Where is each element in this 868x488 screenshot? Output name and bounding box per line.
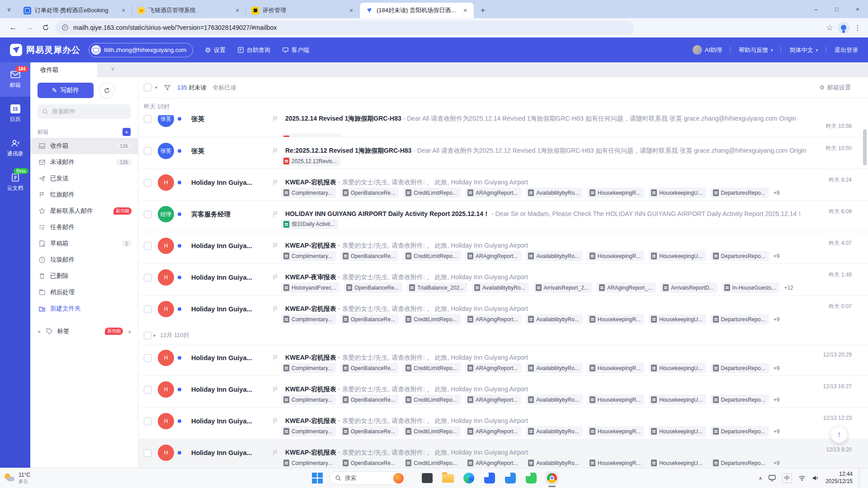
more-attachments-count[interactable]: +9 <box>774 253 780 259</box>
attachment-chip[interactable]: DeparturesRepo... <box>711 394 769 405</box>
add-folder-button[interactable]: + <box>123 128 131 136</box>
email-row[interactable]: HHoliday Inn Guiya...KWEAP-宕机报表 - 亲爱的女士/… <box>138 169 868 200</box>
more-attachments-count[interactable]: +9 <box>774 428 780 435</box>
flag-icon[interactable] <box>272 274 279 281</box>
attachment-chip[interactable]: Complimentary... <box>281 426 336 436</box>
volume-icon[interactable] <box>812 475 819 481</box>
taskbar-edge[interactable] <box>462 471 476 485</box>
attachment-chip[interactable]: CreditLimitRepo... <box>403 251 461 261</box>
rail-item-mail[interactable]: 邮箱 184 <box>0 62 30 97</box>
taskbar-weather-widget[interactable]: 11°C 多云 <box>0 472 59 484</box>
attachment-chip[interactable]: 假日Daily Activit... <box>281 219 338 230</box>
attachment-chip[interactable]: ARAgingReport... <box>465 188 521 198</box>
email-checkbox[interactable] <box>144 274 151 282</box>
add-tag-button[interactable]: + <box>127 328 132 335</box>
taskbar-search[interactable]: 搜索 <box>329 471 406 485</box>
mailbox-tab-inbox[interactable]: 收件箱 <box>30 62 97 77</box>
more-attachments-count[interactable]: +9 <box>774 397 780 403</box>
taskbar-wechat[interactable] <box>524 471 538 485</box>
tab-ebooking[interactable]: 订单处理·携程酒店eBooking × <box>18 3 132 18</box>
folder-item-5[interactable]: 任务邮件 <box>30 219 138 235</box>
help-feedback-menu[interactable]: 帮助与反馈▾ <box>739 46 773 54</box>
attachment-chip[interactable]: AvailabilitybyRo... <box>526 251 583 261</box>
attachment-chip[interactable]: CreditLimitRepo... <box>403 426 461 436</box>
attachment-chip[interactable]: HousekeepingR... <box>587 394 644 405</box>
more-attachments-count[interactable]: +9 <box>774 316 780 323</box>
attachment-chip[interactable]: AvailabilitybyRo... <box>526 458 583 468</box>
attachment-chip[interactable]: 2025.12.14 Revis... <box>281 134 342 137</box>
attachment-chip[interactable]: ARAgingReport... <box>465 426 521 436</box>
attachment-chip[interactable]: DeparturesRepo... <box>711 251 769 261</box>
attachment-chip[interactable]: DeparturesRepo... <box>711 458 769 468</box>
attachment-chip[interactable]: HousekeepingU... <box>649 314 706 324</box>
flag-icon[interactable] <box>272 305 279 313</box>
account-pill[interactable]: lilith.zhong@hihiexguiyang.com <box>89 43 193 57</box>
attachment-chip[interactable]: HousekeepingU... <box>649 458 706 468</box>
attachment-chip[interactable]: Complimentary... <box>281 188 336 198</box>
attachment-chip[interactable]: AvailabilitybyRo... <box>526 314 583 324</box>
attachment-chip[interactable]: HousekeepingU... <box>649 394 706 405</box>
folder-item-7[interactable]: 垃圾邮件 <box>30 252 138 268</box>
attachment-chip[interactable]: CreditLimitRepo... <box>403 188 461 198</box>
show-desktop-button[interactable] <box>859 468 862 488</box>
email-row[interactable]: HHoliday Inn Guiya...KWEAP-宕机报表 - 亲爱的女士/… <box>138 375 868 407</box>
email-row[interactable]: HHoliday Inn Guiya...KWEAP-宕机报表 - 亲爱的女士/… <box>138 407 868 439</box>
attachment-chip[interactable]: DeparturesRepo... <box>711 363 769 373</box>
start-button[interactable] <box>312 473 323 483</box>
select-all-checkbox[interactable] <box>144 84 151 91</box>
attachment-chip[interactable]: ARAgingReport... <box>465 314 521 324</box>
attachment-chip[interactable]: OpenBalanceRe... <box>340 188 399 198</box>
attachment-chip[interactable]: ArrivalsReportD... <box>660 282 717 293</box>
flag-icon[interactable] <box>272 179 279 186</box>
window-minimize-button[interactable]: – <box>806 0 826 18</box>
attachment-chip[interactable]: Complimentary... <box>281 314 336 324</box>
nav-client[interactable]: 客户端 <box>282 46 309 54</box>
attachment-chip[interactable]: OpenBalanceRe... <box>340 363 399 373</box>
tab-mailbox-active[interactable]: (184封未读) 贵阳机场假日酒... × <box>360 3 474 18</box>
flag-icon[interactable] <box>272 147 279 155</box>
compose-button[interactable]: ✎ 写邮件 <box>38 83 94 98</box>
rail-item-contacts[interactable]: 通讯录 <box>0 131 30 165</box>
attachment-chip[interactable]: TrialBalance_202... <box>407 282 467 293</box>
chevron-right-icon[interactable]: ▸ <box>38 328 41 334</box>
taskbar-clock[interactable]: 12:44 2025/12/15 <box>826 471 853 485</box>
tab-close-icon[interactable]: × <box>119 6 127 14</box>
language-menu[interactable]: 简体中文▾ <box>789 46 818 54</box>
group-checkbox[interactable] <box>144 332 151 339</box>
folder-item-8[interactable]: 已删除 <box>30 268 138 284</box>
email-row[interactable]: 经理宾客服务经理HOLIDAY INN GUIYANG AIRPORT Dail… <box>138 200 868 232</box>
window-maximize-button[interactable]: □ <box>826 0 847 18</box>
new-tab-button[interactable]: + <box>476 4 489 17</box>
attachment-chip[interactable]: CreditLimitRepo... <box>403 363 461 373</box>
window-close-button[interactable]: × <box>847 0 868 18</box>
email-checkbox[interactable] <box>144 115 151 123</box>
back-button[interactable]: ← <box>6 21 20 34</box>
attachment-chip[interactable]: HistoryandForec... <box>281 282 340 293</box>
attachment-chip[interactable]: AvailabilitybyRo... <box>472 282 529 293</box>
email-row[interactable]: HHoliday Inn Guiya...KWEAP-宕机报表 - 亲爱的女士/… <box>138 232 868 263</box>
scroll-to-top-button[interactable]: ↑ <box>831 427 847 443</box>
attachment-chip[interactable]: HousekeepingR... <box>587 188 644 198</box>
browser-profile-avatar[interactable] <box>838 22 849 33</box>
attachment-chip[interactable]: AvailabilitybyRo... <box>526 394 583 405</box>
flag-icon[interactable] <box>272 418 279 425</box>
flag-icon[interactable] <box>272 115 279 122</box>
select-dropdown-icon[interactable]: ▾ <box>155 85 157 90</box>
more-attachments-count[interactable]: +12 <box>784 285 793 291</box>
attachment-chip[interactable]: AvailabilitybyRo... <box>526 426 583 436</box>
mail-search-input[interactable]: 搜索邮件 <box>38 104 131 119</box>
attachment-chip[interactable]: In-HouseGuests... <box>722 282 780 293</box>
reload-button[interactable] <box>39 21 52 34</box>
tags-section[interactable]: ▸ 标签 新功能 + <box>30 323 138 339</box>
attachment-chip[interactable]: AvailabilitybyRo... <box>526 188 583 198</box>
taskbar-app-dark[interactable] <box>420 471 434 485</box>
attachment-chip[interactable]: AvailabilitybyRo... <box>526 363 583 373</box>
attachment-chip[interactable]: Complimentary... <box>281 394 336 405</box>
email-checkbox[interactable] <box>144 242 151 250</box>
email-row[interactable]: HHoliday Inn Guiya...KWEAP-宕机报表 - 亲爱的女士/… <box>138 295 868 327</box>
flag-icon[interactable] <box>272 211 279 218</box>
attachment-chip[interactable]: DeparturesRepo... <box>711 426 769 436</box>
taskbar-store[interactable] <box>504 471 517 485</box>
rail-item-calendar[interactable]: 15 日历 <box>0 97 30 131</box>
folder-item-0[interactable]: 收件箱135 <box>30 138 138 154</box>
